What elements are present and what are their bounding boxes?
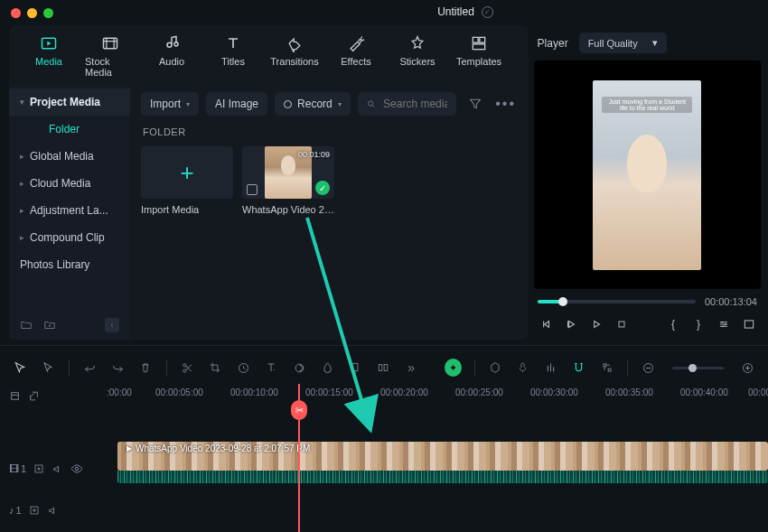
import-dropdown[interactable]: Import ▾	[141, 92, 199, 116]
ai-assist-button[interactable]: ✦	[445, 359, 462, 377]
voiceover-button[interactable]	[515, 359, 530, 376]
delete-button[interactable]	[138, 359, 154, 376]
split-tool[interactable]	[180, 359, 195, 376]
sidebar-item-folder[interactable]: Folder	[9, 116, 130, 143]
sidebar-item-global-media[interactable]: ▸ Global Media	[9, 143, 130, 170]
seek-bar[interactable]: 00:00:13:04	[534, 294, 761, 309]
track-add-icon[interactable]	[33, 463, 44, 474]
sidebar-item-label: Compound Clip	[30, 231, 105, 244]
pointer-tool[interactable]	[13, 359, 28, 376]
marker-add-button[interactable]	[487, 359, 502, 376]
clip-label: WhatsApp Video 2023-09-28 at 2:07:57 PM	[126, 443, 310, 453]
undo-button[interactable]	[82, 359, 98, 376]
playhead-handle[interactable]: ✂	[291, 400, 307, 420]
video-clip[interactable]: WhatsApp Video 2023-09-28 at 2:07:57 PM	[117, 442, 768, 471]
sidebar-item-compound-clip[interactable]: ▸ Compound Clip	[9, 224, 130, 251]
titlebar: Untitled ✓	[0, 0, 768, 25]
timeline-collapse-icon[interactable]	[9, 390, 21, 402]
tab-templates[interactable]: Templates	[454, 34, 504, 78]
select-tool[interactable]	[41, 359, 56, 376]
tab-stock-media[interactable]: Stock Media	[85, 34, 136, 78]
track-add-icon[interactable]	[29, 505, 40, 516]
tab-titles[interactable]: Titles	[208, 34, 258, 78]
search-box[interactable]	[358, 92, 456, 116]
quality-dropdown[interactable]: Full Quality ▾	[579, 33, 667, 53]
media-clip-tile[interactable]: 00:01:09 ✓ WhatsApp Video 202...	[242, 146, 334, 215]
time-ruler[interactable]: :00:0000:00:05:0000:00:10:0000:00:15:000…	[99, 384, 768, 404]
stickers-icon	[407, 34, 427, 52]
sidebar-item-photos-library[interactable]: Photos Library	[9, 251, 130, 278]
tab-effects[interactable]: Effects	[331, 34, 381, 78]
tab-label: Titles	[221, 56, 245, 67]
mark-out-button[interactable]: }	[690, 316, 707, 332]
svg-point-10	[723, 325, 725, 327]
sidebar-item-label: Adjustment La...	[30, 204, 108, 217]
filter-button[interactable]	[464, 92, 487, 116]
mark-in-button[interactable]: {	[665, 316, 681, 332]
sidebar-item-cloud-media[interactable]: ▸ Cloud Media	[9, 170, 130, 197]
audio-mixer-button[interactable]	[543, 359, 558, 376]
folder-icon[interactable]	[20, 319, 33, 331]
clip-audio-waveform[interactable]	[117, 471, 768, 483]
zoom-slider[interactable]	[672, 367, 724, 369]
tab-audio[interactable]: Audio	[146, 34, 197, 78]
speed-tool[interactable]	[236, 359, 251, 376]
svg-point-2	[174, 42, 178, 46]
track-mute-icon[interactable]	[47, 505, 59, 517]
video-preview[interactable]: Just moving from a Student life to the r…	[534, 61, 761, 289]
track-visibility-icon[interactable]	[70, 462, 83, 475]
tab-stickers[interactable]: Stickers	[392, 34, 443, 78]
track-mute-icon[interactable]	[52, 463, 63, 475]
more-menu-button[interactable]: •••	[494, 92, 518, 116]
record-dropdown[interactable]: Record ▾	[275, 92, 351, 116]
snap-toggle[interactable]	[571, 359, 586, 376]
ai-image-button[interactable]: AI Image	[206, 92, 267, 116]
redo-button[interactable]	[110, 359, 126, 376]
sidebar-item-label: Cloud Media	[30, 177, 90, 190]
step-back-button[interactable]	[538, 316, 554, 332]
adjust-tool[interactable]	[376, 359, 391, 376]
play-button[interactable]	[588, 316, 604, 332]
svg-rect-7	[619, 322, 624, 327]
maximize-window-button[interactable]	[43, 8, 53, 18]
svg-point-15	[274, 369, 275, 370]
tab-label: Templates	[456, 56, 501, 67]
sidebar-header-project-media[interactable]: ▾ Project Media	[9, 89, 130, 116]
stock-media-icon	[100, 34, 120, 52]
pager-prev[interactable]: ‹	[105, 318, 119, 332]
link-toggle[interactable]	[599, 359, 614, 376]
player-panel: Player Full Quality ▾ Just moving from a…	[534, 25, 761, 340]
audio-track-header: ♪1	[0, 498, 99, 523]
zoom-in-button[interactable]	[740, 359, 755, 376]
svg-rect-5	[473, 44, 484, 50]
stop-button[interactable]	[613, 316, 630, 332]
seek-thumb[interactable]	[558, 297, 567, 306]
zoom-out-button[interactable]	[641, 359, 656, 376]
search-input[interactable]	[383, 98, 447, 110]
new-folder-icon[interactable]	[43, 319, 56, 331]
sidebar-item-adjustment-layer[interactable]: ▸ Adjustment La...	[9, 197, 130, 224]
keyframe-tool[interactable]	[292, 359, 307, 376]
color-tool[interactable]	[320, 359, 335, 376]
more-tools[interactable]: »	[404, 359, 419, 376]
minimize-window-button[interactable]	[27, 8, 37, 18]
svg-point-8	[721, 322, 723, 323]
marker-tool[interactable]	[348, 359, 363, 376]
fullscreen-button[interactable]	[741, 316, 757, 332]
tab-media[interactable]: Media	[23, 34, 74, 78]
media-thumbnails: + Import Media 00:01:09 ✓ WhatsApp Video…	[141, 146, 518, 215]
seek-track[interactable]	[538, 300, 696, 303]
tab-transitions[interactable]: Transitions	[269, 34, 320, 78]
crop-tool[interactable]	[208, 359, 223, 376]
text-tool[interactable]	[264, 359, 279, 376]
svg-rect-19	[384, 365, 388, 371]
svg-point-9	[725, 323, 726, 325]
zoom-thumb[interactable]	[688, 364, 697, 372]
play-pause-button[interactable]	[563, 316, 579, 332]
timeline-detach-icon[interactable]	[28, 390, 40, 402]
settings-icon[interactable]	[716, 316, 732, 332]
video-lane-label: 🎞1	[9, 463, 26, 474]
import-media-tile[interactable]: + Import Media	[141, 146, 233, 215]
close-window-button[interactable]	[11, 8, 21, 18]
timeline-tracks[interactable]: :00:0000:00:05:0000:00:10:0000:00:15:000…	[99, 384, 768, 532]
